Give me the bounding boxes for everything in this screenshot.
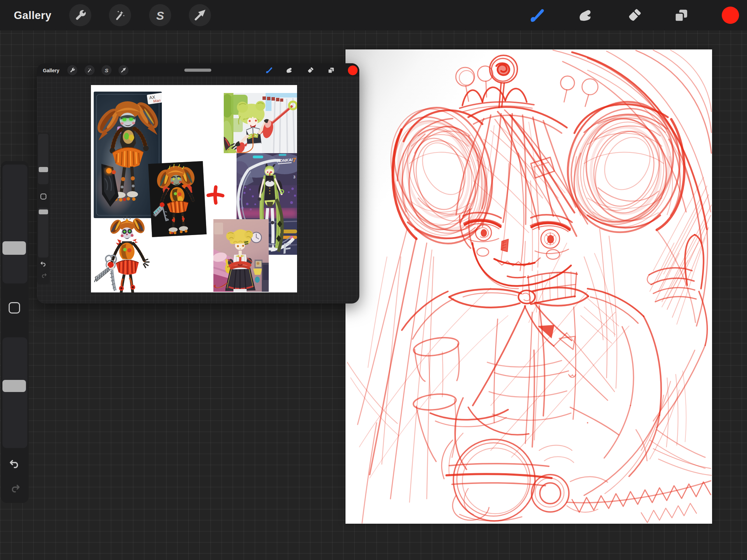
svg-text:3: 3 [293,175,295,179]
svg-text:Gallery: Gallery [43,68,59,73]
